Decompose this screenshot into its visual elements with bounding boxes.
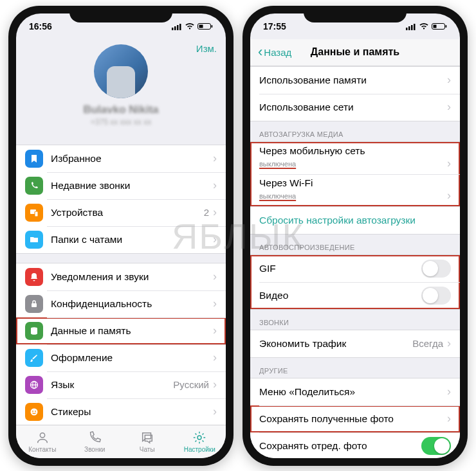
phone-icon — [25, 177, 43, 195]
svg-point-16 — [35, 411, 36, 412]
row-autoload-wifi[interactable]: Через Wi-Fi выключена › — [250, 174, 460, 206]
svg-rect-22 — [414, 24, 416, 30]
row-devices[interactable]: Устройства 2 › — [16, 199, 226, 226]
usage-group: Использование памяти › Использование сет… — [250, 66, 460, 121]
autoload-group: Через мобильную сеть выключена › Через W… — [250, 141, 460, 207]
row-label: Данные и память — [51, 325, 213, 337]
tab-calls[interactable]: Звонки — [69, 425, 122, 458]
folder-icon — [25, 231, 43, 249]
sticker-icon — [25, 403, 43, 421]
row-label: Экономить трафик — [259, 338, 412, 350]
row-label: Язык — [51, 379, 173, 391]
edit-button[interactable]: Изм. — [196, 43, 217, 54]
globe-icon — [25, 376, 43, 394]
phone-icon — [87, 431, 102, 445]
row-appearance[interactable]: Оформление › — [16, 344, 226, 371]
row-storage-usage[interactable]: Использование памяти › — [250, 67, 460, 94]
chevron-right-icon: › — [213, 233, 217, 246]
chevron-right-icon: › — [213, 152, 217, 165]
row-language[interactable]: Язык Русский › — [16, 371, 226, 398]
svg-point-18 — [197, 436, 201, 440]
row-save-incoming-photos[interactable]: Сохранять полученные фото › — [250, 405, 460, 432]
row-label: Оформление — [51, 352, 213, 364]
toggle-save-edited[interactable] — [421, 437, 451, 455]
row-network-usage[interactable]: Использование сети › — [250, 94, 460, 121]
chevron-right-icon: › — [447, 337, 451, 350]
row-label: Недавние звонки — [51, 180, 213, 191]
battery-icon — [197, 22, 213, 30]
tab-label: Контакты — [28, 446, 56, 453]
wifi-icon — [185, 22, 195, 30]
row-autoplay-gif: GIF — [250, 255, 460, 282]
other-group: Меню «Поделиться» › Сохранять полученные… — [250, 378, 460, 458]
chevron-right-icon: › — [213, 351, 217, 364]
tab-settings[interactable]: Настройки — [174, 425, 226, 458]
row-value: 2 — [204, 207, 209, 218]
row-autoload-cellular[interactable]: Через мобильную сеть выключена › — [250, 142, 460, 174]
chevron-right-icon: › — [213, 297, 217, 310]
svg-rect-25 — [446, 25, 447, 28]
lock-icon — [25, 295, 43, 313]
chats-icon — [140, 431, 154, 445]
svg-point-15 — [32, 411, 33, 412]
row-label: Видео — [259, 290, 421, 301]
toggle-gif[interactable] — [421, 260, 451, 278]
chevron-right-icon: › — [447, 100, 451, 114]
nav-back-button[interactable]: ‹ Назад — [258, 44, 291, 60]
row-privacy[interactable]: Конфиденциальность › — [16, 290, 226, 317]
devices-icon — [25, 204, 43, 222]
profile-name: Bulavko Nikita — [16, 103, 226, 116]
toggle-video[interactable] — [421, 287, 451, 305]
status-time: 16:56 — [29, 21, 52, 31]
tab-label: Настройки — [184, 446, 215, 453]
chevron-right-icon: › — [213, 378, 217, 391]
chevron-right-icon: › — [213, 324, 217, 337]
row-label: Устройства — [51, 207, 204, 218]
row-reset-autoload[interactable]: Сбросить настройки автозагрузки — [250, 207, 460, 234]
svg-rect-1 — [174, 26, 176, 30]
row-label: Сохранять отред. фото — [259, 440, 421, 452]
row-share-menu[interactable]: Меню «Поделиться» › — [250, 378, 460, 405]
row-data-storage[interactable]: Данные и память › — [16, 317, 226, 344]
svg-rect-6 — [212, 25, 213, 28]
phone-right: 17:55 ‹ Назад Данные и память Использова… — [243, 6, 468, 466]
profile-header: Изм. Bulavko Nikita +375 xx xxx xx xx — [16, 39, 226, 136]
row-save-data[interactable]: Экономить трафик Всегда › — [250, 330, 460, 357]
signal-icon — [406, 22, 416, 30]
svg-point-14 — [31, 408, 38, 415]
svg-rect-19 — [406, 28, 408, 30]
avatar[interactable] — [94, 44, 148, 98]
notch — [304, 6, 407, 22]
row-label: Использование сети — [259, 102, 447, 113]
row-label: Избранное — [51, 153, 213, 164]
row-sub: выключена — [259, 160, 296, 168]
chevron-right-icon: › — [447, 385, 451, 398]
section-header-autoload: АВТОЗАГРУЗКА МЕДИА — [250, 121, 460, 141]
calls-group: Экономить трафик Всегда › — [250, 330, 460, 358]
row-recent-calls[interactable]: Недавние звонки › — [16, 172, 226, 199]
row-chat-folders[interactable]: Папки с чатами › — [16, 226, 226, 253]
chevron-right-icon: › — [447, 157, 451, 170]
row-notifications[interactable]: Уведомления и звуки › — [16, 263, 226, 290]
row-favorites[interactable]: Избранное › — [16, 145, 226, 172]
chevron-right-icon: › — [447, 412, 451, 425]
svg-rect-3 — [179, 24, 181, 30]
svg-rect-20 — [408, 26, 410, 30]
battery-icon — [432, 22, 447, 30]
tab-chats[interactable]: Чаты — [121, 425, 174, 458]
chevron-left-icon: ‹ — [258, 44, 262, 60]
profile-phone: +375 xx xxx xx xx — [16, 118, 226, 127]
row-stickers[interactable]: Стикеры › — [16, 398, 226, 425]
section-header-other: ДРУГИЕ — [250, 358, 460, 378]
brush-icon — [25, 349, 43, 367]
chevron-right-icon: › — [213, 179, 217, 192]
autoload-reset-group: Сбросить настройки автозагрузки — [250, 207, 460, 235]
row-sub: выключена — [259, 192, 296, 200]
autoplay-group: GIF Видео — [250, 254, 460, 310]
row-label: Через мобильную сеть — [259, 145, 451, 157]
svg-rect-0 — [172, 28, 174, 30]
bell-icon — [25, 268, 43, 286]
tab-contacts[interactable]: Контакты — [16, 425, 69, 458]
tab-label: Звонки — [84, 446, 105, 453]
chevron-right-icon: › — [213, 270, 217, 283]
